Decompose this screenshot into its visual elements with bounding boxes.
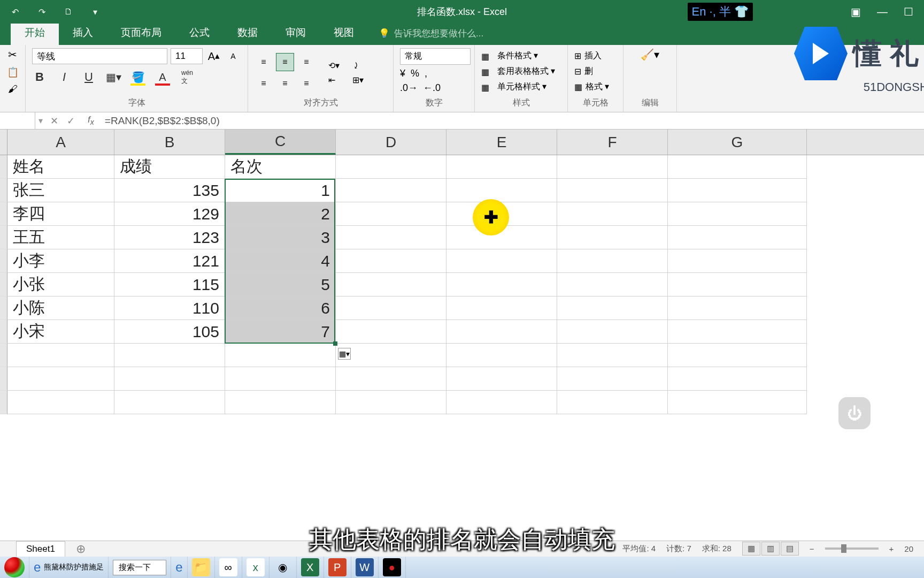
cell[interactable] [557, 320, 668, 344]
italic-button[interactable]: I [57, 70, 72, 85]
col-header-f[interactable]: F [557, 130, 668, 155]
cell[interactable] [668, 320, 807, 344]
taskbar-ie[interactable]: e 熊黛林防护措施足 [29, 557, 109, 578]
clear-button[interactable]: 🧹▾ [641, 48, 659, 61]
taskbar-ie2[interactable]: e [171, 557, 187, 578]
conditional-format-button[interactable]: ▦条件格式 ▾ [481, 48, 561, 64]
cell[interactable] [336, 202, 446, 226]
cell[interactable] [668, 202, 807, 226]
undo-button[interactable]: ↶ [10, 6, 20, 17]
delete-cells-button[interactable]: ⊟删 [574, 64, 617, 79]
cell[interactable] [336, 320, 446, 344]
cell[interactable]: 小陈 [7, 296, 114, 320]
cell[interactable]: 4 [225, 249, 336, 273]
cell[interactable] [668, 179, 807, 202]
taskbar-word[interactable]: W [351, 557, 379, 578]
cell[interactable]: 姓名 [7, 155, 114, 179]
cell[interactable] [114, 344, 225, 367]
merge-button[interactable]: ⊞▾ [352, 75, 364, 85]
cell[interactable] [446, 320, 557, 344]
currency-button[interactable]: ¥ [400, 68, 405, 79]
cell[interactable] [336, 344, 446, 367]
cell[interactable] [557, 391, 668, 414]
cell[interactable]: 110 [114, 296, 225, 320]
cell[interactable] [668, 273, 807, 296]
fill-color-button[interactable]: 🪣 [130, 70, 145, 85]
cell[interactable] [446, 249, 557, 273]
cell[interactable]: 王五 [7, 226, 114, 249]
start-button[interactable] [0, 557, 29, 578]
cell[interactable] [557, 296, 668, 320]
cell[interactable] [557, 249, 668, 273]
wrap-text-button[interactable]: ⤸ [352, 60, 364, 71]
orientation-button[interactable]: ⟲▾ [328, 60, 340, 71]
bold-button[interactable]: B [32, 70, 47, 85]
align-left-button[interactable]: ≡ [255, 74, 273, 93]
normal-view-button[interactable]: ▦ [742, 542, 760, 556]
border-button[interactable]: ▦▾ [106, 70, 121, 85]
cell[interactable] [668, 296, 807, 320]
tell-me-search[interactable]: 💡 告诉我您想要做什么... [379, 22, 483, 45]
format-cells-button[interactable]: ▦格式 ▾ [574, 79, 617, 95]
row-header[interactable] [0, 202, 7, 226]
phonetic-button[interactable]: wén文 [180, 70, 195, 85]
cell[interactable]: 135 [114, 179, 225, 202]
underline-button[interactable]: U [81, 70, 96, 85]
row-header[interactable] [0, 179, 7, 202]
align-top-button[interactable]: ≡ [255, 53, 273, 71]
decrease-font-button[interactable]: A [225, 48, 241, 64]
name-box[interactable] [0, 112, 35, 129]
row-header[interactable] [0, 367, 7, 391]
spreadsheet-grid[interactable]: A B C D E F G 姓名 成绩 名次 张三 135 1 [0, 130, 924, 414]
tab-data[interactable]: 数据 [224, 20, 272, 45]
col-header-a[interactable]: A [7, 130, 114, 155]
cell[interactable] [336, 367, 446, 391]
sheet-tab[interactable]: Sheet1 [16, 541, 65, 557]
row-header[interactable] [0, 249, 7, 273]
cell[interactable] [336, 179, 446, 202]
align-middle-button[interactable]: ≡ [276, 53, 294, 71]
cell[interactable] [336, 249, 446, 273]
search-box[interactable]: 搜索一下 [113, 560, 166, 575]
col-header-b[interactable]: B [114, 130, 225, 155]
cell[interactable] [668, 249, 807, 273]
tab-insert[interactable]: 插入 [59, 20, 107, 45]
cell[interactable]: 129 [114, 202, 225, 226]
align-center-button[interactable]: ≡ [276, 74, 294, 93]
cell[interactable]: 成绩 [114, 155, 225, 179]
cell[interactable] [557, 202, 668, 226]
zoom-out-button[interactable]: − [810, 544, 814, 553]
table-format-button[interactable]: ▦套用表格格式 ▾ [481, 64, 561, 79]
cell[interactable] [557, 179, 668, 202]
cell[interactable] [446, 179, 557, 202]
cell[interactable]: 123 [114, 226, 225, 249]
cell[interactable]: 3 [225, 226, 336, 249]
cell-style-button[interactable]: ▦单元格样式 ▾ [481, 79, 561, 95]
cell[interactable]: 6 [225, 296, 336, 320]
comma-button[interactable]: , [425, 68, 427, 79]
cell[interactable] [446, 344, 557, 367]
cell[interactable]: 1 [225, 179, 336, 202]
zoom-slider[interactable] [825, 547, 879, 550]
taskbar-explorer[interactable]: 📁 [188, 557, 215, 578]
row-header[interactable] [0, 155, 7, 179]
cell[interactable] [668, 367, 807, 391]
cell[interactable] [557, 344, 668, 367]
accept-formula-button[interactable]: ✓ [67, 115, 75, 127]
cell[interactable]: 小张 [7, 273, 114, 296]
decrease-decimal-button[interactable]: ←.0 [423, 82, 441, 94]
row-header[interactable] [0, 226, 7, 249]
cell[interactable] [446, 155, 557, 179]
cell[interactable] [446, 296, 557, 320]
font-color-button[interactable]: A [155, 70, 170, 85]
ribbon-options-button[interactable]: ▣ [851, 5, 861, 18]
cell[interactable] [557, 155, 668, 179]
cell[interactable]: 121 [114, 249, 225, 273]
cell[interactable] [557, 367, 668, 391]
cell[interactable] [446, 367, 557, 391]
cell[interactable] [557, 273, 668, 296]
autofill-options-button[interactable]: ▦▾ [338, 348, 351, 360]
fx-icon[interactable]: fx [88, 115, 94, 126]
floating-widget[interactable]: ⏻ [838, 397, 871, 429]
format-painter-button[interactable]: 🖌 [8, 83, 18, 95]
